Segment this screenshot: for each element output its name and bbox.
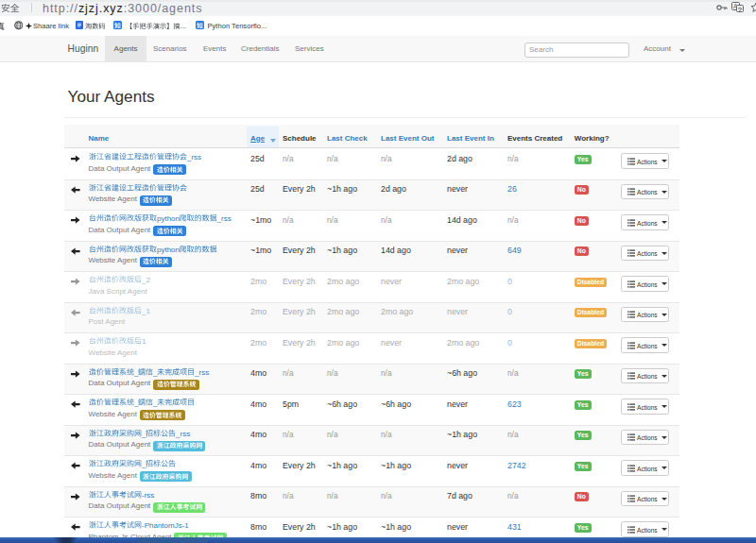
svg-text:_rss: _rss xyxy=(194,367,209,376)
svg-text:_2: _2 xyxy=(141,276,150,284)
svg-text:-rss: -rss xyxy=(142,490,154,499)
svg-text:_rss: _rss xyxy=(215,214,231,223)
svg-text:_: _ xyxy=(133,367,139,376)
svg-text:_: _ xyxy=(141,460,146,468)
svg-text:_rss: _rss xyxy=(175,429,190,437)
svg-text:python: python xyxy=(157,214,180,223)
svg-text:_: _ xyxy=(152,399,158,407)
svg-text:_: _ xyxy=(133,399,139,407)
svg-text:python: python xyxy=(157,245,180,253)
svg-text:_: _ xyxy=(141,429,146,437)
svg-text:_: _ xyxy=(152,367,158,376)
svg-text:_1: _1 xyxy=(141,306,150,314)
svg-text:_rss: _rss xyxy=(186,153,201,161)
svg-text:1: 1 xyxy=(142,337,146,346)
svg-text:-PhantomJs-1: -PhantomJs-1 xyxy=(142,521,189,530)
svg-text:...: ... xyxy=(180,22,185,30)
